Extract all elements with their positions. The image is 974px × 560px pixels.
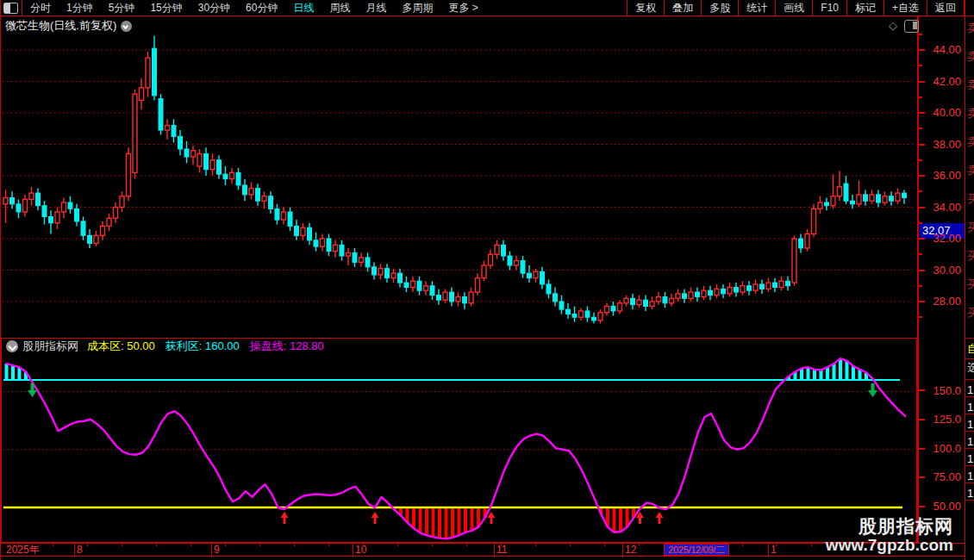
watermark-url: www.7gpzb.com (826, 536, 953, 555)
period-tab-60min[interactable]: 60分钟 (238, 0, 285, 16)
indicator-axis-label: 75.00 (921, 471, 961, 483)
indicator-axis-label: 150.0 (921, 385, 961, 397)
sidebar-strip-item[interactable]: 卖 (967, 51, 974, 63)
price-axis-tick (919, 316, 922, 318)
sidebar-strip-item[interactable]: 1 (967, 401, 973, 414)
sell-arrow-icon (28, 390, 37, 397)
toolbar-button-back[interactable]: 返回 (927, 0, 965, 16)
sidebar-strip-divider (965, 379, 974, 380)
price-axis-label: 34.00 (921, 202, 961, 214)
toolbar-button-statistics[interactable]: 统计 (738, 0, 775, 16)
indicator-field-获利区: 获利区: 160.00 (165, 339, 240, 354)
sidebar-strip-item[interactable]: 1 (967, 384, 973, 396)
period-tab-weekly[interactable]: 周线 (322, 0, 358, 16)
chevron-down-icon[interactable] (6, 340, 18, 352)
sidebar-strip-item[interactable]: 买 (967, 278, 974, 290)
date-axis-separator (353, 544, 353, 556)
title-icons: ◇ (889, 19, 940, 33)
price-axis-tick (919, 96, 922, 98)
sidebar-strip-item[interactable]: 卖 (967, 79, 974, 91)
candlestick-chart[interactable] (1, 16, 917, 338)
period-tab-5min[interactable]: 5分钟 (101, 0, 143, 16)
indicator-source-label: 股朋指标网 (22, 339, 78, 354)
date-axis-tick (53, 544, 53, 546)
price-axis-label: 42.00 (921, 76, 961, 88)
date-axis-tick (811, 544, 812, 546)
period-tab-1min[interactable]: 1分钟 (59, 0, 101, 16)
sidebar-strip-divider (965, 465, 974, 466)
price-axis-tick (919, 112, 925, 114)
sidebar-strip-item[interactable]: 自 (967, 343, 974, 355)
price-axis-tick (919, 207, 925, 208)
sidebar-strip-divider (965, 482, 974, 483)
sidebar-strip-item[interactable]: 卖 (967, 136, 974, 148)
sidebar-strip-item[interactable]: 1 (967, 453, 973, 465)
indicator-axis-tick (919, 448, 925, 450)
price-axis-tick (919, 81, 925, 83)
price-axis-tick (919, 190, 922, 192)
price-axis-tick (919, 238, 925, 240)
period-tab-daily[interactable]: 日线 (285, 0, 322, 16)
price-axis-label: 44.00 (921, 44, 961, 56)
indicator-panel[interactable] (1, 338, 917, 543)
sidebar-strip-item[interactable]: 买 (967, 250, 974, 262)
indicator-axis-label: 125.0 (921, 414, 961, 426)
signal-arrows (28, 383, 877, 524)
date-axis-label: 2025年 (6, 544, 40, 556)
date-axis-tick (535, 544, 536, 546)
window-split-icon[interactable] (3, 3, 18, 14)
indicator-axis-tick (919, 506, 925, 507)
sidebar-strip-item[interactable]: 选 (967, 362, 974, 374)
page-title: 微芯生物(日线.前复权) (5, 18, 116, 34)
price-axis-tick (919, 159, 922, 161)
price-axis-tick (919, 285, 922, 287)
toolbar-button-multi-stock[interactable]: 多股 (701, 0, 738, 16)
toolbar-button-overlay[interactable]: 叠加 (664, 0, 701, 16)
right-sidebar-strip[interactable]: 卖卖卖卖卖卖买买买买买自选1111111 (965, 0, 974, 560)
indicator-axis-tick (919, 389, 925, 391)
sidebar-strip-item[interactable]: 卖 (967, 22, 974, 34)
sidebar-strip-item[interactable]: 1 (967, 419, 973, 431)
sidebar-strip-item[interactable]: 买 (967, 193, 974, 205)
sidebar-strip-divider (965, 500, 974, 501)
date-axis-tick (501, 544, 502, 546)
date-axis-separator (622, 544, 623, 556)
buy-arrow-icon (281, 512, 289, 518)
period-tab-multi-period[interactable]: 多周期 (394, 0, 440, 16)
sidebar-strip-item[interactable]: 1 (967, 436, 973, 448)
date-axis-tick (639, 544, 640, 546)
period-tab-monthly[interactable]: 月线 (358, 0, 394, 16)
toolbar-button-mark[interactable]: 标记 (846, 0, 883, 16)
buy-arrow-icon (371, 512, 379, 518)
buy-arrow-icon (656, 512, 664, 518)
price-axis-tick (919, 253, 922, 255)
sidebar-strip-item[interactable]: 1 (967, 470, 973, 482)
sidebar-strip-item[interactable]: 卖 (967, 108, 974, 120)
top-toolbar: 分时1分钟5分钟15分钟30分钟60分钟日线周线月线多周期更多 > 复权叠加多股… (1, 0, 965, 16)
indicator-chart[interactable] (2, 339, 916, 542)
period-tab-more[interactable]: 更多 > (440, 0, 485, 16)
toolbar-button-draw-line[interactable]: 画线 (775, 0, 812, 16)
indicator-axis-tick (919, 419, 925, 420)
indicator-field-操盘线: 操盘线: 128.80 (250, 339, 324, 354)
sidebar-strip-item[interactable]: 买 (967, 221, 974, 233)
split-view-icon[interactable] (904, 20, 919, 33)
sidebar-strip-item[interactable]: 买 (967, 307, 974, 319)
price-axis-label: 38.00 (921, 139, 961, 151)
diamond-icon[interactable]: ◇ (889, 20, 897, 32)
period-tab-30min[interactable]: 30分钟 (190, 0, 238, 16)
sidebar-strip-item[interactable]: 卖 (967, 165, 974, 177)
price-axis-label: 28.00 (921, 296, 961, 308)
period-tab-time-share[interactable]: 分时 (22, 0, 59, 16)
chevron-down-icon[interactable] (121, 21, 132, 32)
toolbar-button-adjust[interactable]: 复权 (627, 0, 664, 16)
toolbar-button-f10[interactable]: F10 (812, 0, 846, 16)
indicator-field-成本区: 成本区: 50.00 (87, 339, 155, 354)
date-axis-tick (777, 544, 777, 546)
sidebar-strip-item[interactable]: 1 (967, 488, 973, 500)
period-tab-15min[interactable]: 15分钟 (142, 0, 190, 16)
sidebar-strip-divider (965, 16, 974, 16)
price-axis-label: 36.00 (921, 170, 961, 182)
price-axis-label: 30.00 (921, 264, 961, 277)
toolbar-button-add-watchlist[interactable]: +自选 (883, 0, 927, 16)
